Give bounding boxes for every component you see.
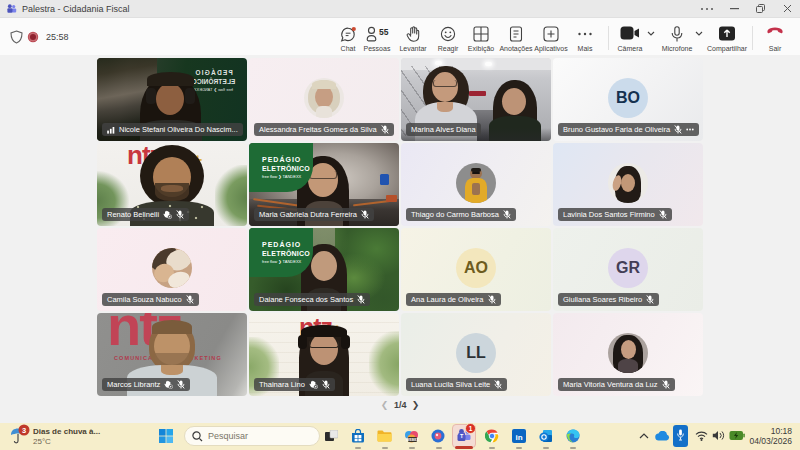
svg-text:3: 3 [22,426,26,435]
svg-text:WEBEX: WEBEX [406,438,419,442]
svg-text:1: 1 [469,425,473,432]
svg-text:in: in [515,433,522,442]
